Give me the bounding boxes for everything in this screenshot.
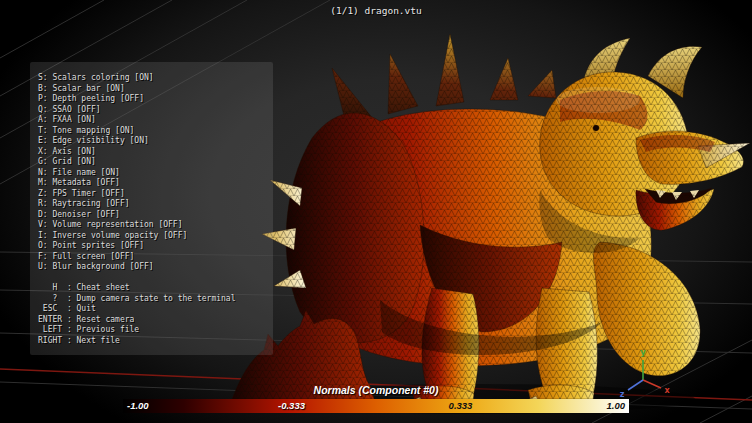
cheatsheet-line: F: Full screen [OFF]	[38, 252, 273, 263]
cheatsheet-line: B: Scalar bar [ON]	[38, 84, 273, 95]
cheatsheet-line: P: Depth peeling [OFF]	[38, 94, 273, 105]
cheatsheet-line: O: Point sprites [OFF]	[38, 241, 273, 252]
cheatsheet-line: LEFT : Previous file	[38, 325, 273, 336]
cheatsheet-line: G: Grid [ON]	[38, 157, 273, 168]
cheatsheet-line: M: Metadata [OFF]	[38, 178, 273, 189]
scalar-bar-tick: 1.00	[607, 399, 626, 413]
axis-z-arrow	[628, 380, 643, 390]
axis-x-arrow	[643, 380, 661, 388]
scalar-bar: Normals (Component #0) -1.00 -0.333 0.33…	[123, 384, 629, 413]
cheatsheet-line: D: Denoiser [OFF]	[38, 210, 273, 221]
cheatsheet-line: ENTER : Reset camera	[38, 315, 273, 326]
cheatsheet-line: A: FXAA [ON]	[38, 115, 273, 126]
scalar-bar-tick: -0.333	[278, 399, 305, 413]
cheatsheet-panel: S: Scalars coloring [ON] B: Scalar bar […	[30, 62, 273, 355]
axis-label-x: x	[664, 386, 670, 395]
cheatsheet-line: S: Scalars coloring [ON]	[38, 73, 273, 84]
cheatsheet-line: Q: SSAO [OFF]	[38, 105, 273, 116]
cheatsheet-line: R: Raytracing [OFF]	[38, 199, 273, 210]
cheatsheet-line: Z: FPS Timer [OFF]	[38, 189, 273, 200]
file-title: (1/1) dragon.vtu	[0, 5, 752, 16]
cheatsheet-line: E: Edge visibility [ON]	[38, 136, 273, 147]
cheatsheet-line: I: Inverse volume opacity [OFF]	[38, 231, 273, 242]
scalar-bar-title: Normals (Component #0)	[123, 384, 629, 396]
scalar-bar-gradient: -1.00 -0.333 0.333 1.00	[123, 399, 629, 413]
cheatsheet-line: N: File name [ON]	[38, 168, 273, 179]
cheatsheet-line: ? : Dump camera state to the terminal	[38, 294, 273, 305]
cheatsheet-line: H : Cheat sheet	[38, 283, 273, 294]
cheatsheet-line: X: Axis [ON]	[38, 147, 273, 158]
cheatsheet-spacer	[38, 273, 273, 284]
scalar-bar-tick: 0.333	[449, 399, 473, 413]
app-window: y x z (1/1) dragon.vtu S: Scalars colori…	[0, 0, 752, 423]
cheatsheet-line: ESC : Quit	[38, 304, 273, 315]
cheatsheet-line: U: Blur background [OFF]	[38, 262, 273, 273]
cheatsheet-line: RIGHT : Next file	[38, 336, 273, 347]
cheatsheet-line: T: Tone mapping [ON]	[38, 126, 273, 137]
axis-label-y: y	[640, 348, 646, 357]
cheatsheet-line: V: Volume representation [OFF]	[38, 220, 273, 231]
scalar-bar-tick: -1.00	[127, 399, 149, 413]
